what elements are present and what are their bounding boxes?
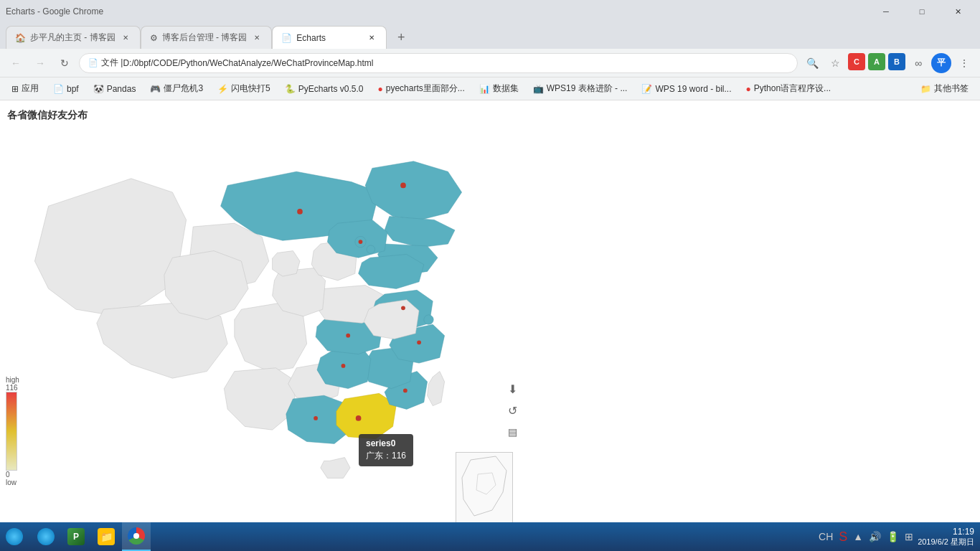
tab-2-label: 博客后台管理 - 博客园	[162, 32, 248, 44]
province-yunnan[interactable]	[224, 368, 296, 430]
taskbar-date: 2019/6/2 星期日	[918, 537, 974, 547]
tab-1-label: 步平凡的主页 - 博客园	[30, 32, 116, 44]
bookmark-pyecharts2[interactable]: ● pyecharts里面部分...	[372, 80, 470, 98]
province-taiwan[interactable]	[428, 372, 445, 406]
title-bar: Echarts - Google Chrome ─ □ ✕	[0, 0, 980, 23]
refresh-button[interactable]: ↻	[55, 53, 75, 73]
start-icon	[6, 528, 23, 545]
taskbar-volume-icon[interactable]: 🔊	[867, 529, 882, 544]
taskbar-up-icon[interactable]: ▲	[852, 529, 864, 544]
province-guangdong[interactable]	[336, 393, 397, 438]
ext-infinity-icon[interactable]: ∞	[908, 53, 928, 73]
taskbar-app2[interactable]: P	[62, 522, 90, 551]
province-shandong[interactable]	[359, 254, 424, 288]
province-shanghai[interactable]	[424, 315, 433, 324]
minimize-button[interactable]: ─	[870, 0, 903, 23]
window-controls: ─ □ ✕	[870, 0, 974, 23]
dot-zhejiang	[417, 340, 421, 344]
bookmark-apps[interactable]: ⊞ 应用	[6, 80, 44, 98]
taskbar-app-icon[interactable]: S	[837, 528, 849, 546]
browser-title: Echarts - Google Chrome	[6, 6, 103, 17]
bookmark-icon[interactable]: ☆	[825, 53, 845, 73]
bookmark-wps-word[interactable]: 📝 WPS 19 word - bil...	[636, 81, 737, 97]
province-jilin[interactable]	[385, 217, 455, 248]
address-bar: ← → ↻ 📄 文件 | D:/0bpf/CODE/Python/WeChatA…	[0, 49, 980, 77]
new-tab-button[interactable]: +	[390, 26, 413, 49]
address-path: D:/0bpf/CODE/Python/WeChatAnalyze/WeChat…	[123, 58, 373, 68]
legend-low-label: low	[6, 479, 17, 486]
dot-jiangsu	[401, 306, 405, 310]
search-icon[interactable]: 🔍	[802, 53, 822, 73]
bookmark-pandas[interactable]: 🐼 Pandas	[88, 81, 142, 97]
taskbar-battery-icon[interactable]: 🔋	[885, 529, 900, 544]
map-toolbar: ⬇ ↺ ▤	[504, 380, 521, 441]
bookmark-wps-table[interactable]: 📺 WPS19 表格进阶 - ...	[527, 80, 633, 98]
province-ningxia[interactable]	[273, 251, 300, 277]
tab-2[interactable]: ⚙ 博客后台管理 - 博客园 ✕	[141, 26, 273, 49]
bookmark-others[interactable]: 📁 其他书签	[915, 80, 974, 98]
taskbar-folder[interactable]: 📁	[92, 522, 121, 551]
taskbar-system-tray: CH S ▲ 🔊 🔋 ⊞ 11:19 2019/6/2 星期日	[811, 527, 980, 547]
legend-gradient	[6, 392, 17, 471]
tab-1[interactable]: 🏠 步平凡的主页 - 博客园 ✕	[6, 26, 141, 49]
profile-icon[interactable]: 平	[931, 53, 951, 73]
ext-blue-icon[interactable]: B	[888, 53, 905, 70]
bookmark-bpf[interactable]: 📄 bpf	[47, 81, 85, 97]
address-actions: 🔍 ☆ C A B ∞ 平 ⋮	[802, 53, 974, 73]
forward-button[interactable]: →	[30, 53, 50, 73]
taskbar-clock[interactable]: 11:19 2019/6/2 星期日	[918, 527, 974, 547]
province-xinjiang[interactable]	[34, 179, 186, 316]
dot-guangdong	[356, 415, 362, 421]
province-qinghai[interactable]	[164, 251, 248, 320]
close-button[interactable]: ✕	[941, 0, 974, 23]
tab-3-icon: 📄	[281, 33, 292, 43]
bookmark-zombie[interactable]: 🎮 僵尸危机3	[144, 80, 209, 98]
reset-icon[interactable]: ↺	[504, 402, 521, 419]
menu-icon[interactable]: ⋮	[954, 53, 974, 73]
bookmark-lightning[interactable]: ⚡ 闪电快打5	[212, 80, 276, 98]
settings-icon[interactable]: ▤	[504, 423, 521, 441]
tab-3[interactable]: 📄 Echarts ✕	[272, 26, 387, 49]
bookmarks-bar: ⊞ 应用 📄 bpf 🐼 Pandas 🎮 僵尸危机3 ⚡ 闪电快打5 🐍 Py…	[0, 77, 980, 100]
tab-2-close[interactable]: ✕	[251, 32, 263, 44]
dot-guangxi	[314, 416, 318, 420]
lock-icon: 📄	[88, 58, 98, 67]
bookmark-python[interactable]: ● Python语言程序设...	[740, 80, 837, 98]
tab-2-icon: ⚙	[150, 33, 158, 43]
taskbar-lang-icon[interactable]: CH	[817, 529, 834, 544]
ext-chrome-icon[interactable]: C	[848, 53, 865, 70]
folder-icon: 📁	[98, 528, 115, 545]
back-button[interactable]: ←	[6, 53, 26, 73]
dot-fujian	[403, 389, 407, 393]
province-hunan[interactable]	[317, 347, 371, 389]
china-map[interactable]	[7, 122, 524, 522]
taskbar-windows-icon[interactable]	[32, 522, 60, 551]
tab-1-close[interactable]: ✕	[120, 32, 131, 44]
taskbar-screen-icon[interactable]: ⊞	[903, 529, 915, 544]
province-hainan[interactable]	[321, 458, 350, 479]
download-icon[interactable]: ⬇	[504, 380, 521, 397]
south-sea-inset	[456, 452, 513, 522]
bookmark-dataset[interactable]: 📊 数据集	[473, 80, 524, 98]
page-content: 各省微信好友分布	[0, 100, 980, 522]
taskbar-start-button[interactable]	[0, 522, 29, 551]
dot-hunan	[341, 364, 346, 368]
taskbar-time: 11:19	[918, 527, 974, 537]
dot-beijing	[359, 240, 363, 244]
windows-logo	[37, 528, 55, 545]
maximize-button[interactable]: □	[905, 0, 938, 23]
dot-heilongjiang	[400, 183, 406, 189]
dot-inner-mongolia	[297, 209, 303, 215]
legend-high-label: high	[6, 376, 19, 384]
taskbar-chrome[interactable]	[122, 522, 151, 551]
address-input[interactable]: 📄 文件 | D:/0bpf/CODE/Python/WeChatAnalyze…	[79, 53, 798, 73]
tab-3-close[interactable]: ✕	[366, 32, 377, 44]
province-tianjin[interactable]	[367, 245, 375, 254]
title-bar-left: Echarts - Google Chrome	[6, 6, 103, 17]
map-legend: high 116 0 low	[6, 376, 19, 486]
chrome-icon	[128, 527, 145, 545]
tab-3-label: Echarts	[296, 33, 326, 43]
province-heilongjiang[interactable]	[365, 161, 461, 220]
ext-green-icon[interactable]: A	[868, 53, 885, 70]
bookmark-pyecharts[interactable]: 🐍 PyEcharts v0.5.0	[279, 81, 369, 97]
